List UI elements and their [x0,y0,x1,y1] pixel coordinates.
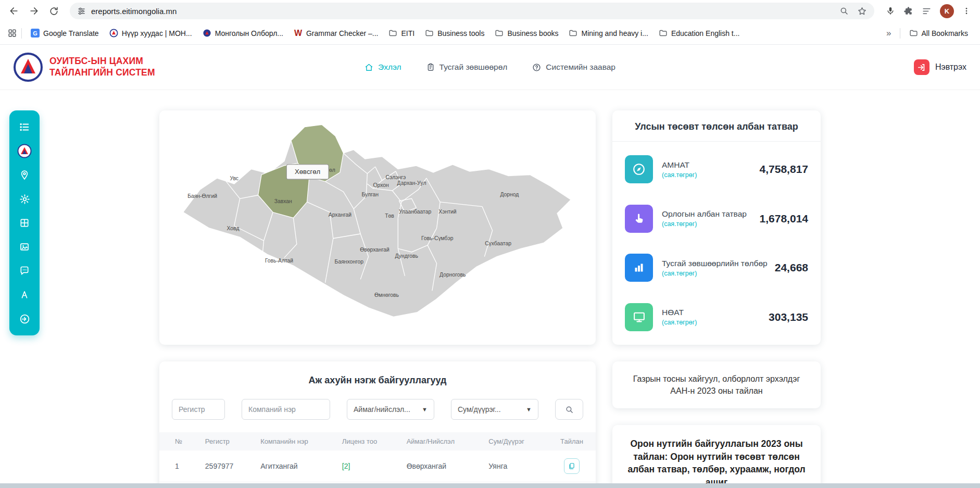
bookmarks-bar: G Google Translate Нүүр хуудас | МОН... … [0,22,980,45]
province-label: Дорнод [500,192,519,197]
cell-aimag: Өвөрхангай [400,451,483,482]
eiti-logo-icon[interactable] [15,141,34,161]
zoom-icon[interactable] [839,6,849,16]
register-input[interactable] [172,399,225,420]
company-name-input[interactable] [242,399,330,420]
all-bookmarks-button[interactable]: All Bookmarks [904,26,973,40]
stat-name: АМНАТ [662,160,697,170]
search-icon [565,405,574,414]
stat-amnat[interactable]: АМНАТ (сая.төгрөг) 4,758,817 [612,152,821,186]
divider [21,28,22,39]
folder-icon [909,29,918,37]
mongolia-map[interactable]: УвсБаян-ӨлгийХовдЗавханХөвсгөлГовь-Алтай… [165,117,590,339]
stat-unit: (сая.төгрөг) [662,220,747,228]
eiti-favicon [109,29,118,37]
apps-grid-icon[interactable] [7,28,17,38]
url-text[interactable]: ereports.eitimongolia.mn [91,7,177,16]
compass-icon [625,155,653,183]
bookmarks-overflow-button[interactable]: » [882,28,895,39]
grid-icon[interactable] [15,213,34,233]
map-tooltip: Хөвсгөл [286,165,329,179]
bookmark-mongolyn-olborloh[interactable]: Монголын Олборл... [198,26,288,40]
site-header: ОУИТБС-ЫН ЦАХИМ ТАЙЛАНГИЙН СИСТЕМ Эхлэл … [0,45,980,90]
list-menu-icon[interactable] [15,117,34,137]
nav-special-license[interactable]: Тусгай зөвшөөрөл [426,62,508,72]
cell-license-count[interactable]: [2] [336,451,400,482]
stat-unit: (сая.төгрөг) [662,171,697,179]
tax-stats-card: Улсын төсөвт төлсөн албан татвар АМНАТ (… [612,110,821,345]
browser-toolbar: ereports.eitimongolia.mn K [0,0,980,22]
chat-icon[interactable] [15,261,34,281]
typography-icon[interactable] [15,285,34,305]
province-label: Булган [361,192,379,197]
microphone-icon[interactable] [886,6,895,16]
province-label: Говь-Алтай [265,258,293,264]
bookmark-folder-business-tools[interactable]: Business tools [420,26,489,40]
province-label: Увс [230,176,238,181]
companies-title: Аж ахуйн нэгж байгууллагууд [159,375,596,386]
back-button[interactable] [5,2,23,20]
province-label: Говь-Сүмбэр [421,235,454,241]
site-settings-icon[interactable] [77,7,86,16]
eiti-favicon [203,29,211,37]
table-header-row: № Регистр Компанийн нэр Лиценз тоо Аймаг… [159,432,596,451]
folder-icon [425,29,434,37]
login-label: Нэвтрэх [935,62,966,72]
cell-sum: Уянга [482,451,548,482]
sign-in-icon[interactable] [15,309,34,329]
extensions-icon[interactable] [903,6,913,16]
bookmark-folder-business-books[interactable]: Business books [490,26,563,40]
reload-button[interactable] [45,2,62,20]
cell-company-name: Агитхангай [254,451,336,482]
stat-income-tax[interactable]: Орлогын албан татвар (сая.төгрөг) 1,678,… [612,202,821,236]
clipboard-icon [426,63,435,71]
bookmark-folder-mining[interactable]: Mining and heavy i... [564,26,652,40]
bar-chart-icon [625,254,653,282]
gear-icon[interactable] [15,189,34,209]
search-button[interactable] [555,399,583,420]
word-icon: W [294,29,303,37]
bookmark-nuur-huudas[interactable]: Нүүр хуудас | МОН... [105,26,197,40]
stat-license-fee[interactable]: Тусгай зөвшөөрлийн төлбөр (сая.төгрөг) 2… [612,251,821,285]
report-button[interactable] [564,458,580,474]
profile-avatar[interactable]: K [940,4,954,18]
bookmark-folder-education[interactable]: Education English t... [654,26,745,40]
menu-kebab-icon[interactable] [962,7,971,15]
forward-button[interactable] [25,2,43,20]
hand-pointer-icon [625,205,653,233]
url-bar[interactable]: ereports.eitimongolia.mn [70,3,874,19]
mongolia-map-card[interactable]: УвсБаян-ӨлгийХовдЗавханХөвсгөлГовь-Алтай… [159,110,596,345]
map-pin-icon[interactable] [15,165,34,185]
oil-report-card[interactable]: Газрын тосны хайгуул, олборлолт эрхэлдэг… [612,361,821,408]
all-bookmarks-label: All Bookmarks [922,29,968,37]
bookmark-star-icon[interactable] [857,6,867,16]
province-label: Хэнтий [438,209,456,215]
province-label: Өвөрхангай [360,247,390,253]
province-label: Төв [385,213,394,219]
folder-icon [659,29,668,37]
chevron-down-icon: ▼ [526,406,532,412]
bookmark-google-translate[interactable]: G Google Translate [26,26,104,40]
table-row[interactable]: 1 2597977 Агитхангай [2] Өвөрхангай Уянг… [159,451,596,482]
local-report-card[interactable]: Орон нутгийн байгууллагын 2023 оны тайла… [612,425,821,488]
aimag-select[interactable]: Аймаг/нийслэл... ▼ [347,399,434,420]
folder-icon [569,29,577,37]
nav-system-guide[interactable]: Системийн заавар [532,62,615,72]
stat-name: Орлогын албан татвар [662,209,747,219]
reading-list-icon[interactable] [922,6,932,16]
bookmark-folder-eiti[interactable]: EITI [384,26,419,40]
companies-table: № Регистр Компанийн нэр Лиценз тоо Аймаг… [159,432,596,488]
bookmark-grammar-checker[interactable]: W Grammar Checker –... [289,26,383,40]
site-brand[interactable]: ОУИТБС-ЫН ЦАХИМ ТАЙЛАНГИЙН СИСТЕМ [14,53,155,82]
country-shape[interactable] [183,124,571,317]
province-label: Сүхбаатар [485,241,511,246]
site-title: ОУИТБС-ЫН ЦАХИМ ТАЙЛАНГИЙН СИСТЕМ [49,56,155,79]
main-nav: Эхлэл Тусгай зөвшөөрөл Системийн заавар [365,62,615,72]
login-button[interactable]: Нэвтрэх [914,59,966,75]
bookmark-label: Education English t... [671,29,740,37]
nav-home[interactable]: Эхлэл [365,62,401,72]
sum-select[interactable]: Сум/дүүрэг... ▼ [451,399,538,420]
image-icon[interactable] [15,237,34,257]
sum-select-value: Сум/дүүрэг... [458,405,501,414]
stat-vat[interactable]: НӨАТ (сая.төгрөг) 303,135 [612,300,821,334]
